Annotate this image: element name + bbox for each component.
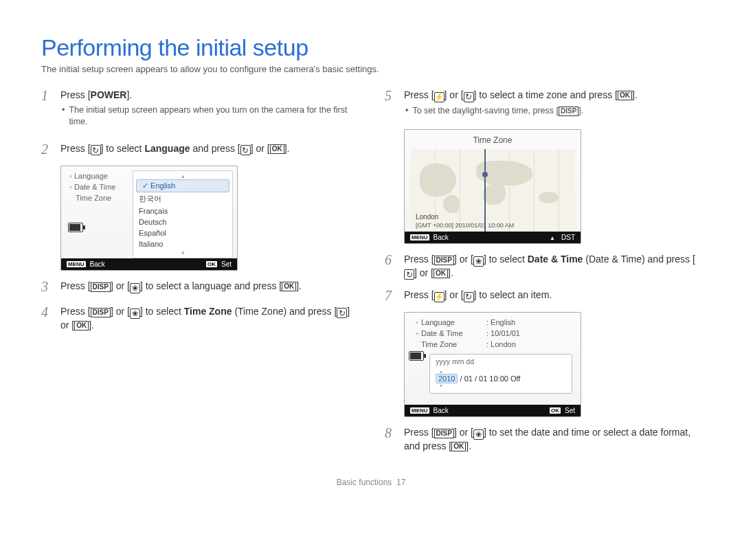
t: ] or [ <box>251 143 270 154</box>
ok-icon: OK <box>451 442 466 451</box>
row-dt-label: Date & Time <box>421 329 486 337</box>
step-1-note: • The initial setup screen appears when … <box>60 104 357 128</box>
option-italiano: Italiano <box>133 238 232 249</box>
lcd-timezone: Time Zone London [GMT +00:00] 2010/ <box>404 129 581 244</box>
step-8: 8 Press [DISP] or [] to set the date and… <box>385 424 701 453</box>
tz-detail: [GMT +00:00] 2010/01/01 10:00 AM <box>416 222 514 229</box>
step-number: 2 <box>41 140 54 159</box>
lcd-bottom-bar: MENU Back DST <box>405 232 581 243</box>
t: ] to select a language and press [ <box>140 280 282 291</box>
option-deutsch: Deutsch <box>133 216 232 227</box>
footer-section: Basic functions <box>337 478 392 487</box>
timer-icon <box>91 145 101 155</box>
step-number: 1 <box>41 87 54 133</box>
menu-item-datetime: ◦ Date & Time <box>65 181 128 192</box>
dst-label: DST <box>561 234 575 241</box>
disp-icon: DISP <box>91 308 111 317</box>
timer-icon <box>464 92 474 102</box>
left-column: 1 Press [POWER]. • The initial setup scr… <box>41 87 357 460</box>
datetime-bold: Date & Time <box>528 254 583 265</box>
set-label: Set <box>565 407 575 414</box>
t: ] or [ <box>414 267 434 278</box>
t: ]. <box>284 143 290 154</box>
ok-key: OK <box>206 261 217 267</box>
t: (Time Zone) and press [ <box>232 306 337 317</box>
disp-icon: DISP <box>91 282 111 292</box>
language-list: ▴ ✓ English 한국어 Français Deutsch Español… <box>133 170 233 258</box>
menu-item-timezone: Time Zone <box>65 192 128 203</box>
step-5-note: • To set the daylight-saving time, press… <box>404 105 701 117</box>
macro-icon <box>473 256 484 267</box>
battery-icon <box>409 351 424 361</box>
page-footer: Basic functions 17 <box>41 478 701 487</box>
t: ] or [ <box>445 289 464 300</box>
t: ] or [ <box>454 254 473 265</box>
macro-icon <box>473 429 484 440</box>
menu-item-language: ◦ Language <box>65 170 128 181</box>
option-korean: 한국어 <box>133 192 232 205</box>
step-3: 3 Press [DISP] or [] to select a languag… <box>41 278 357 296</box>
step-6: 6 Press [DISP] or [] to select Date & Ti… <box>385 251 701 280</box>
date-rest: / 01 / 01 10:00 Off <box>458 374 520 383</box>
t: Press [ <box>404 427 434 438</box>
t: ] to select <box>140 306 184 317</box>
t: ] or [ <box>111 280 130 291</box>
page-subtitle: The initial setup screen appears to allo… <box>41 64 701 74</box>
row-tz-value: : London <box>486 340 516 348</box>
t: ] to select an item. <box>474 289 552 300</box>
t: ] to select <box>101 143 145 154</box>
ok-icon: OK <box>618 91 632 100</box>
t: ]. <box>466 440 471 451</box>
step-number: 4 <box>41 303 54 332</box>
year-selected: 2010 <box>436 374 458 383</box>
battery-icon <box>68 223 83 232</box>
step-number: 6 <box>385 251 397 280</box>
step-text: Press [ <box>60 89 91 100</box>
t: ]. <box>448 267 453 278</box>
t: and press [ <box>190 143 240 154</box>
option-francais: Français <box>133 205 232 216</box>
step-5: 5 Press [] or [] to select a time zone a… <box>385 87 701 122</box>
flash-icon <box>434 292 445 302</box>
t: Press [ <box>60 306 91 317</box>
t: Press [ <box>404 254 434 265</box>
step-1: 1 Press [POWER]. • The initial setup scr… <box>41 87 357 133</box>
t: ]. <box>296 280 302 291</box>
t: ]. <box>578 106 583 115</box>
timezone-bold: Time Zone <box>184 306 232 317</box>
disp-icon: DISP <box>434 256 454 265</box>
footer-page-number: 17 <box>396 478 405 487</box>
back-label: Back <box>434 234 449 241</box>
t: ] or [ <box>111 306 130 317</box>
ok-icon: OK <box>434 269 448 278</box>
back-label: Back <box>434 407 449 414</box>
t: (Date & Time) and press [ <box>583 254 695 265</box>
set-label: Set <box>221 260 232 268</box>
note-text: The initial setup screen appears when yo… <box>69 104 357 128</box>
t: ] or [ <box>454 427 473 438</box>
option-espanol: Español <box>133 227 232 238</box>
ok-key: OK <box>550 407 561 414</box>
ok-icon: OK <box>282 282 296 291</box>
step-number: 5 <box>385 87 397 122</box>
page-title: Performing the initial setup <box>41 34 701 61</box>
ok-icon: OK <box>74 321 89 331</box>
t: ] to select a time zone and press [ <box>474 89 618 100</box>
menu-key: MENU <box>410 234 429 240</box>
t: Press [ <box>404 89 434 100</box>
row-dt-value: : 10/01/01 <box>486 329 520 337</box>
t: Press [ <box>60 143 91 154</box>
macro-icon <box>130 309 140 319</box>
t: ]. <box>89 320 94 331</box>
language-bold: Language <box>144 143 190 154</box>
up-triangle-icon <box>550 234 557 241</box>
row-lang-label: Language <box>421 318 486 326</box>
disp-icon: DISP <box>434 429 454 438</box>
macro-icon <box>130 283 140 293</box>
date-editor: yyyy mm dd ▴ 2010 / 01 / 01 10:00 Off ▾ <box>429 354 572 394</box>
format-header: yyyy mm dd <box>436 357 566 366</box>
disp-icon: DISP <box>559 107 578 116</box>
step-7: 7 Press [] or [] to select an item. <box>385 287 701 305</box>
menu-key: MENU <box>410 407 429 414</box>
t: Press [ <box>60 280 91 291</box>
